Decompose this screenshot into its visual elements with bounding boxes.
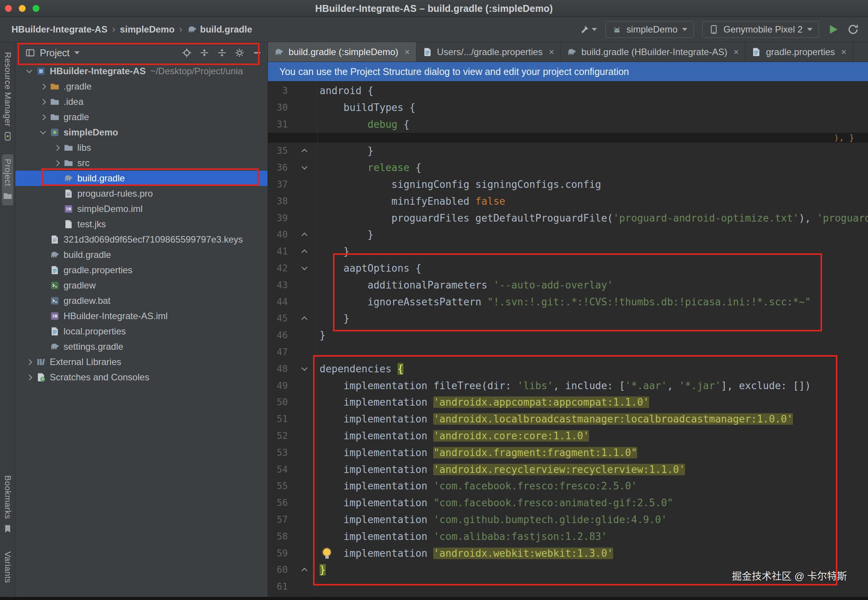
code-line-text[interactable]: additionalParameters '--auto-add-overlay… [318,277,868,294]
code-line-text[interactable]: implementation 'com.alibaba:fastjson:1.2… [318,528,868,545]
fold-marker-icon[interactable] [302,149,308,155]
fold-marker-icon[interactable] [302,568,308,574]
chevron-down-icon[interactable] [74,51,80,54]
tree-item-libs[interactable]: libs [15,140,268,155]
tree-item-gradlew.bat[interactable]: gradlew.bat [15,293,268,308]
tab-close-icon[interactable]: × [549,47,554,57]
tree-right-arrow-icon[interactable] [37,109,50,125]
tree-item-gradle[interactable]: gradle [15,109,268,125]
code-line-text[interactable]: implementation "com.facebook.fresco:anim… [318,495,868,512]
hide-icon[interactable] [252,48,262,58]
tree-item-external-libraries[interactable]: External Libraries [15,354,268,370]
project-view-selector[interactable]: Project [40,47,70,59]
fold-marker-icon[interactable] [302,233,308,239]
tool-window-button-project[interactable]: Project [2,154,13,205]
tree-right-arrow-icon[interactable] [23,370,36,385]
tab-close-icon[interactable]: × [733,47,739,57]
collapse-all-icon[interactable] [199,48,209,58]
code-line-text[interactable]: } [318,327,868,344]
tree-item-src[interactable]: src [15,155,268,171]
tab-close-icon[interactable]: × [405,47,410,57]
editor-tab-build.gradle-simpledemo-[interactable]: build.gradle (:simpleDemo)× [268,42,416,62]
breadcrumb-module[interactable]: simpleDemo [120,24,175,35]
fold-marker-icon[interactable] [302,316,308,323]
tool-window-button-variants[interactable]: Variants [2,547,13,588]
intention-bulb-icon[interactable] [322,548,331,559]
tool-window-button-resource-manager[interactable]: Resource Manager [2,47,13,146]
code-line-text[interactable]: aaptOptions { [318,260,868,277]
tree-item-build.gradle[interactable]: build.gradle [15,247,268,262]
code-line-text[interactable]: } [318,310,868,327]
tool-window-button-bookmarks[interactable]: Bookmarks [2,471,13,538]
fold-marker-icon[interactable] [302,249,308,256]
run-configuration-selector[interactable]: simpleDemo [605,21,694,38]
tree-item-hbuilder-integrate-as.iml[interactable]: HBuilder-Integrate-AS.iml [15,308,268,324]
build-button[interactable] [579,24,597,34]
code-line-text[interactable] [318,344,868,361]
breadcrumb-file[interactable]: build.gradle [200,24,252,35]
settings-icon[interactable] [235,48,245,58]
tree-item-gradle.properties[interactable]: gradle.properties [15,262,268,278]
code-line-text[interactable]: debug { [318,116,868,133]
code-line-text[interactable]: ignoreAssetsPattern "!.svn:!.git:.*:!CVS… [318,294,868,311]
tree-right-arrow-icon[interactable] [51,140,64,155]
tree-item-scratches-and-consoles[interactable]: Scratches and Consoles [15,370,268,385]
tree-item-local.properties[interactable]: local.properties [15,324,268,339]
tree-item-321d3d069d9f65ecf7109865599797e3.keys[interactable]: 321d3d069d9f65ecf7109865599797e3.keys [15,232,268,247]
code-line-text[interactable]: implementation 'com.facebook.fresco:fres… [318,478,868,495]
tree-item-build.gradle[interactable]: build.gradle [15,171,268,186]
tree-down-arrow-icon[interactable] [37,125,50,140]
code-line-text[interactable]: implementation fileTree(dir: 'libs', inc… [318,378,868,395]
editor-tab-gradle.properties[interactable]: gradle.properties× [745,42,853,62]
code-line-text[interactable]: buildTypes { [318,99,868,116]
code-line-text[interactable]: android { [318,83,868,99]
tree-down-arrow-icon[interactable] [23,64,36,79]
breadcrumb-project[interactable]: HBuilder-Integrate-AS [11,24,108,35]
code-line-text[interactable]: implementation 'androidx.recyclerview:re… [318,461,868,478]
editor-tab-users-...-gradle.properties[interactable]: Users/.../gradle.properties× [416,42,561,62]
tree-item-test.jks[interactable]: test.jks [15,217,268,232]
tree-item-.gradle[interactable]: .gradle [15,79,268,94]
code-line-text[interactable]: ), } [318,133,868,143]
sync-gradle-button[interactable] [847,24,859,35]
project-tool-window: Project HBuilder-Integrate-AS~/Desktop/P… [15,42,268,600]
code-line-text[interactable]: signingConfig signingConfigs.config [318,176,868,193]
fold-marker-icon[interactable] [302,365,308,371]
tree-item-hbuilder-integrate-as[interactable]: HBuilder-Integrate-AS~/Desktop/Project/u… [15,64,268,79]
device-selector[interactable]: Genymobile Pixel 2 [702,21,819,38]
fold-marker-icon[interactable] [302,164,308,170]
code-area[interactable]: 3android {30 buildTypes {31 debug {), }3… [268,81,868,595]
run-button[interactable] [827,24,839,35]
code-line-text[interactable]: proguardFiles getDefaultProguardFile('pr… [318,210,868,227]
code-line-text[interactable]: } [318,227,868,243]
zoom-window-button[interactable] [33,5,39,12]
tree-item-proguard-rules.pro[interactable]: proguard-rules.pro [15,186,268,201]
code-line-text[interactable]: implementation 'androidx.core:core:1.1.0… [318,428,868,445]
code-line-text[interactable]: implementation 'com.github.bumptech.glid… [318,512,868,528]
code-line-text[interactable]: } [318,143,868,160]
tab-close-icon[interactable]: × [841,47,847,57]
tree-right-arrow-icon[interactable] [37,94,50,109]
tree-right-arrow-icon[interactable] [51,155,64,171]
tree-item-settings.gradle[interactable]: settings.gradle [15,339,268,354]
editor-tab-build.gradle-hbuilder-integrate-as-[interactable]: build.gradle (HBuilder-Integrate-AS)× [561,42,746,62]
code-line-text[interactable]: implementation 'androidx.localbroadcastm… [318,411,868,428]
tree-right-arrow-icon[interactable] [23,354,36,370]
code-line-text[interactable]: } [318,243,868,260]
fold-marker-icon[interactable] [302,264,308,271]
tree-right-arrow-icon[interactable] [37,79,50,94]
tree-item-simpledemo[interactable]: simpleDemo [15,125,268,140]
code-line-text[interactable]: release { [318,160,868,176]
code-line-text[interactable]: implementation 'androidx.appcompat:appco… [318,394,868,411]
locate-icon[interactable] [182,48,192,58]
tree-item-.idea[interactable]: .idea [15,94,268,109]
code-line-text[interactable]: implementation "androidx.fragment:fragme… [318,445,868,461]
tree-item-gradlew[interactable]: gradlew [15,278,268,293]
expand-all-icon[interactable] [217,48,227,58]
minimize-window-button[interactable] [19,5,26,12]
close-window-button[interactable] [5,5,12,12]
code-line-text[interactable]: minifyEnabled false [318,193,868,210]
tree-item-simpledemo.iml[interactable]: simpleDemo.iml [15,201,268,217]
code-line-text[interactable]: implementation 'androidx.webkit:webkit:1… [318,545,868,562]
code-line-text[interactable]: dependencies { [318,361,868,378]
